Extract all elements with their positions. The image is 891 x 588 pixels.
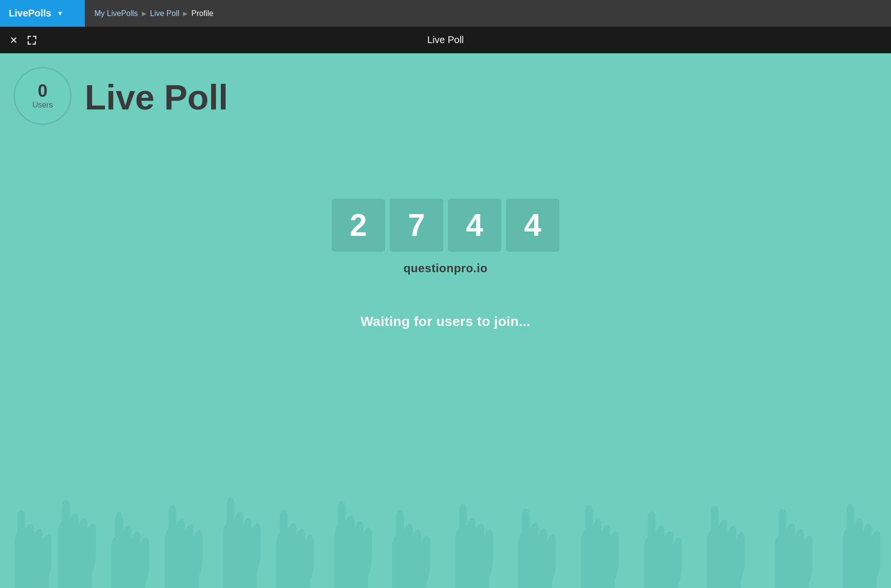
breadcrumb: My LivePolls ▶ Live Poll ▶ Profile — [85, 9, 223, 18]
brand-dropdown-icon[interactable]: ▼ — [57, 10, 63, 17]
hands-silhouette — [0, 467, 891, 588]
code-section: 2 7 4 4 questionpro.io — [332, 199, 559, 275]
code-digit-2: 7 — [390, 199, 443, 252]
toolbar-left-actions: ✕ — [10, 34, 37, 46]
breadcrumb-current: Profile — [191, 9, 213, 18]
brand-logo[interactable]: LivePolls ▼ — [0, 0, 85, 27]
breadcrumb-mylivepoll[interactable]: My LivePolls — [94, 9, 138, 18]
users-badge: 0 Users — [14, 67, 72, 125]
breadcrumb-arrow-2: ▶ — [183, 10, 187, 17]
breadcrumb-livepoll[interactable]: Live Poll — [150, 9, 179, 18]
code-digit-1: 2 — [332, 199, 385, 252]
top-navigation: LivePolls ▼ My LivePolls ▶ Live Poll ▶ P… — [0, 0, 891, 27]
close-button[interactable]: ✕ — [10, 34, 18, 46]
code-digit-4: 4 — [506, 199, 559, 252]
breadcrumb-arrow-1: ▶ — [142, 10, 146, 17]
users-label: Users — [32, 101, 53, 109]
code-digit-3: 4 — [448, 199, 501, 252]
hands-svg — [0, 467, 891, 588]
toolbar-title: Live Poll — [427, 34, 464, 46]
waiting-message: Waiting for users to join... — [360, 314, 530, 329]
main-content: 0 Users Live Poll 2 7 4 4 questionpro.io… — [0, 53, 891, 588]
users-count: 0 — [38, 82, 47, 100]
page-title: Live Poll — [85, 77, 228, 117]
toolbar: ✕ Live Poll — [0, 27, 891, 53]
code-domain: questionpro.io — [403, 262, 488, 275]
expand-icon — [27, 35, 37, 46]
code-digits: 2 7 4 4 — [332, 199, 559, 252]
brand-label: LivePolls — [9, 8, 51, 19]
expand-button[interactable] — [27, 35, 37, 46]
